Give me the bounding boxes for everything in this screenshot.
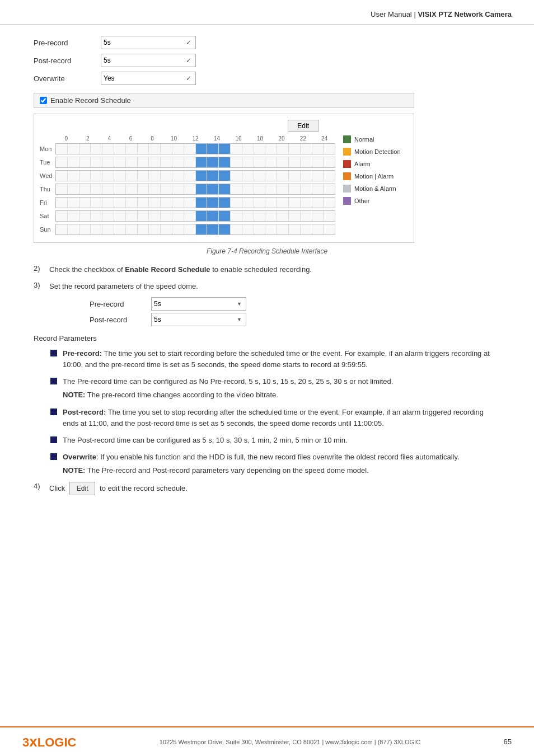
legend-alarm: Alarm xyxy=(343,160,408,168)
cells-wed[interactable] xyxy=(55,170,335,181)
schedule-row-mon: Mon xyxy=(40,143,335,155)
legend-motion-and-alarm-color xyxy=(343,185,351,192)
small-post-record-label: Post-record xyxy=(90,316,151,324)
header-title: User Manual xyxy=(371,10,412,18)
schedule-row-sun: Sun xyxy=(40,223,335,236)
small-post-record-select[interactable]: 5s xyxy=(151,313,246,326)
step-4-num: 4) xyxy=(34,482,49,490)
day-sun: Sun xyxy=(40,226,55,233)
bullet-post-record-config: The Post-record time can be configured a… xyxy=(50,435,500,446)
small-pre-record-select[interactable]: 5s xyxy=(151,297,246,311)
schedule-row-tue: Tue xyxy=(40,156,335,168)
page-container: User Manual | VISIX PTZ Network Camera P… xyxy=(0,0,534,756)
small-pre-record-label: Pre-record xyxy=(90,300,151,308)
day-thu: Thu xyxy=(40,186,55,192)
bullet-pre-record: Pre-record: The time you set to start re… xyxy=(50,348,500,370)
legend-motion-alarm-color xyxy=(343,172,351,180)
post-record-row: Post-record 5s xyxy=(34,54,500,67)
schedule-row-sat: Sat xyxy=(40,210,335,222)
note-2: NOTE: The Pre-record and Post-record par… xyxy=(63,465,500,476)
bullet-text-3: Post-record: The time you set to stop re… xyxy=(63,407,500,429)
footer-info: 10225 Westmoor Drive, Suite 300, Westmin… xyxy=(160,739,420,745)
page-header: User Manual | VISIX PTZ Network Camera xyxy=(0,0,534,25)
hour-10: 10 xyxy=(163,135,184,142)
small-settings: Pre-record 5s Post-record 5s xyxy=(90,297,500,326)
bullet-square-2 xyxy=(50,378,57,384)
step-2: 2) Check the checkbox of Enable Record S… xyxy=(34,264,500,275)
note-label-1: NOTE: xyxy=(63,391,85,399)
bullet-square-4 xyxy=(50,436,57,443)
bullet-square-5 xyxy=(50,453,57,460)
step-3-content: Set the record parameters of the speed d… xyxy=(49,281,500,292)
cells-sun[interactable] xyxy=(55,224,335,235)
day-fri: Fri xyxy=(40,199,55,206)
pre-record-row: Pre-record 5s xyxy=(34,36,500,49)
header-subtitle: VISIX PTZ Network Camera xyxy=(418,10,512,18)
bullet-square-1 xyxy=(50,350,57,356)
legend-motion-detection: Motion Detection xyxy=(343,148,408,156)
cells-sat[interactable] xyxy=(55,210,335,222)
hour-18: 18 xyxy=(249,135,270,142)
hour-12: 12 xyxy=(185,135,206,142)
schedule-row-fri: Fri xyxy=(40,196,335,209)
enable-schedule-label: Enable Record Schedule xyxy=(50,96,131,105)
note-label-2: NOTE: xyxy=(63,466,85,475)
pre-record-label: Pre-record xyxy=(34,39,101,47)
post-record-select-wrapper: 5s xyxy=(101,54,196,67)
hour-16: 16 xyxy=(228,135,249,142)
bullet-list: Pre-record: The time you set to start re… xyxy=(50,348,500,476)
step-4-content: Click Edit to edit the record schedule. xyxy=(49,482,500,495)
legend-motion-and-alarm-label: Motion & Alarm xyxy=(354,185,396,192)
cells-thu[interactable] xyxy=(55,184,335,195)
hour-20: 20 xyxy=(271,135,292,142)
step-4-edit-button[interactable]: Edit xyxy=(69,482,96,495)
hour-0: 0 xyxy=(55,135,77,142)
small-post-record-wrapper: 5s xyxy=(151,313,246,326)
hour-24: 24 xyxy=(314,135,335,142)
note-1: NOTE: The pre-record time changes accord… xyxy=(63,389,500,401)
day-wed: Wed xyxy=(40,172,55,179)
enable-schedule-checkbox[interactable] xyxy=(40,97,47,104)
bullet-overwrite: Overwrite: If you enable his function an… xyxy=(50,452,500,476)
step-3-num: 3) xyxy=(34,281,49,289)
legend-normal-color xyxy=(343,135,351,143)
hour-6: 6 xyxy=(120,135,141,142)
legend-motion-color xyxy=(343,148,351,156)
legend-alarm-color xyxy=(343,160,351,168)
bullet-text-1: Pre-record: The time you set to start re… xyxy=(63,348,500,370)
bullet-square-3 xyxy=(50,408,57,415)
main-content: Pre-record 5s Post-record 5s Overwrite xyxy=(0,25,534,726)
footer-page: 65 xyxy=(504,738,512,746)
legend-normal-label: Normal xyxy=(354,136,374,143)
pre-record-select[interactable]: 5s xyxy=(101,36,196,49)
schedule-edit-button[interactable]: Edit xyxy=(288,120,318,132)
step-2-content: Check the checkbox of Enable Record Sche… xyxy=(49,264,500,275)
day-mon: Mon xyxy=(40,145,55,152)
enable-schedule-bar: Enable Record Schedule xyxy=(34,93,414,108)
bullet-text-5: Overwrite: If you enable his function an… xyxy=(63,452,500,476)
bullet-post-record: Post-record: The time you set to stop re… xyxy=(50,407,500,429)
legend-other: Other xyxy=(343,197,408,205)
schedule-grid: 0 2 4 6 8 10 12 14 16 18 20 22 24 xyxy=(40,135,335,237)
overwrite-row: Overwrite Yes xyxy=(34,72,500,85)
legend-motion-alarm: Motion | Alarm xyxy=(343,172,408,180)
legend-normal: Normal xyxy=(343,135,408,143)
legend-motion-label: Motion Detection xyxy=(354,148,401,155)
cells-mon[interactable] xyxy=(55,143,335,154)
legend-other-color xyxy=(343,197,351,205)
small-pre-record-row: Pre-record 5s xyxy=(90,297,500,311)
day-sat: Sat xyxy=(40,213,55,219)
post-record-select[interactable]: 5s xyxy=(101,54,196,67)
pre-record-select-wrapper: 5s xyxy=(101,36,196,49)
legend-motion-and-alarm: Motion & Alarm xyxy=(343,185,408,192)
schedule-legend: Normal Motion Detection Alarm Motion | A… xyxy=(335,135,408,237)
schedule-row-wed: Wed xyxy=(40,170,335,182)
step-3: 3) Set the record parameters of the spee… xyxy=(34,281,500,292)
overwrite-select[interactable]: Yes xyxy=(101,72,196,85)
bullet-text-4: The Post-record time can be configured a… xyxy=(63,435,500,446)
overwrite-select-wrapper: Yes xyxy=(101,72,196,85)
cells-tue[interactable] xyxy=(55,157,335,168)
cells-fri[interactable] xyxy=(55,197,335,208)
step-2-num: 2) xyxy=(34,264,49,273)
step-4: 4) Click Edit to edit the record schedul… xyxy=(34,482,500,495)
